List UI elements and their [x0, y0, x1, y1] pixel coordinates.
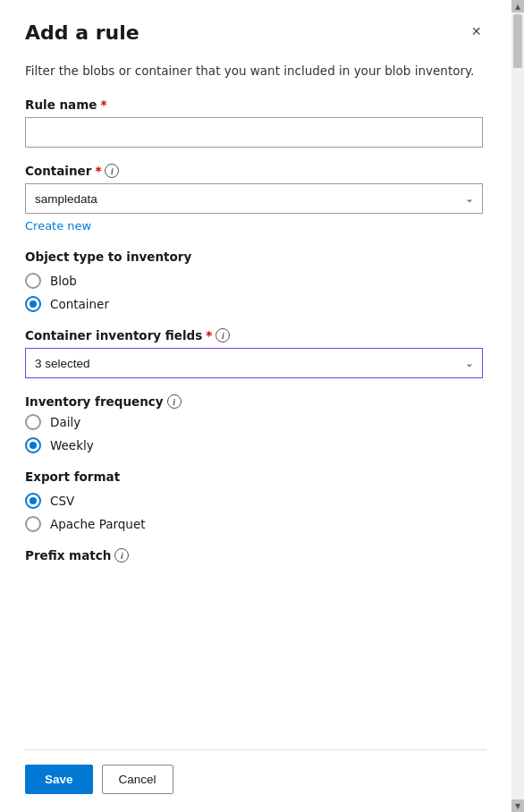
export-format-group: Export format CSV Apache Parquet: [25, 469, 483, 532]
inventory-frequency-label: Inventory frequency i: [25, 394, 483, 409]
description-text: Filter the blobs or container that you w…: [25, 62, 483, 80]
container-select[interactable]: sampledata: [25, 183, 483, 214]
rule-name-input[interactable]: [25, 117, 483, 148]
prefix-match-label: Prefix match i: [25, 548, 483, 562]
required-star-rule-name: *: [100, 97, 106, 112]
save-button[interactable]: Save: [25, 765, 93, 794]
radio-circle-weekly: [25, 437, 41, 453]
radio-item-blob[interactable]: Blob: [25, 273, 483, 289]
container-inventory-fields-label: Container inventory fields * i: [25, 328, 483, 343]
radio-label-csv: CSV: [50, 494, 74, 508]
scrollbar-up-button[interactable]: ▲: [511, 0, 524, 13]
inventory-frequency-group: Inventory frequency i Daily Weekly: [25, 394, 483, 453]
dialog-title: Add a rule: [25, 21, 139, 44]
radio-circle-apache-parquet: [25, 516, 41, 532]
container-label: Container * i: [25, 164, 483, 178]
cancel-button[interactable]: Cancel: [102, 765, 173, 794]
container-info-icon: i: [105, 164, 119, 178]
radio-item-container[interactable]: Container: [25, 296, 483, 312]
object-type-group: Object type to inventory Blob Container: [25, 250, 483, 312]
close-button[interactable]: ×: [466, 21, 486, 41]
create-new-link[interactable]: Create new: [25, 219, 91, 233]
radio-circle-csv: [25, 493, 41, 509]
inventory-frequency-info-icon: i: [167, 394, 182, 409]
container-inventory-fields-group: Container inventory fields * i 3 selecte…: [25, 328, 483, 378]
required-star-inventory-fields: *: [206, 328, 212, 343]
dialog-header: Add a rule ×: [25, 21, 486, 44]
object-type-label: Object type to inventory: [25, 250, 483, 264]
radio-label-weekly: Weekly: [50, 438, 94, 453]
radio-label-daily: Daily: [50, 415, 80, 429]
object-type-radio-group: Blob Container: [25, 273, 483, 312]
scrollbar-thumb[interactable]: [513, 14, 522, 68]
radio-circle-blob: [25, 273, 41, 289]
inventory-frequency-radio-group: Daily Weekly: [25, 414, 483, 453]
dialog-footer: Save Cancel: [25, 749, 486, 812]
radio-label-blob: Blob: [50, 274, 77, 288]
radio-label-apache-parquet: Apache Parquet: [50, 517, 146, 531]
inventory-fields-select[interactable]: 3 selected: [25, 348, 483, 378]
radio-circle-daily: [25, 414, 41, 430]
radio-circle-container: [25, 296, 41, 312]
prefix-match-info-icon: i: [114, 548, 129, 562]
scrollbar-down-button[interactable]: ▼: [511, 799, 524, 812]
required-star-container: *: [95, 164, 101, 178]
scrollbar-track: ▲ ▼: [511, 0, 524, 812]
inventory-fields-select-wrapper: 3 selected ⌄: [25, 348, 483, 378]
export-format-radio-group: CSV Apache Parquet: [25, 493, 483, 532]
rule-name-group: Rule name *: [25, 97, 483, 148]
rule-name-label: Rule name *: [25, 97, 483, 112]
container-select-wrapper: sampledata ⌄: [25, 183, 483, 214]
export-format-label: Export format: [25, 469, 483, 484]
content-scroll: Filter the blobs or container that you w…: [25, 62, 486, 749]
prefix-match-group: Prefix match i: [25, 548, 483, 562]
inventory-fields-info-icon: i: [216, 328, 230, 343]
container-group: Container * i sampledata ⌄ Create new: [25, 164, 483, 233]
radio-item-csv[interactable]: CSV: [25, 493, 483, 509]
radio-item-daily[interactable]: Daily: [25, 414, 483, 430]
radio-label-container: Container: [50, 297, 109, 311]
radio-item-weekly[interactable]: Weekly: [25, 437, 483, 453]
radio-item-apache-parquet[interactable]: Apache Parquet: [25, 516, 483, 532]
